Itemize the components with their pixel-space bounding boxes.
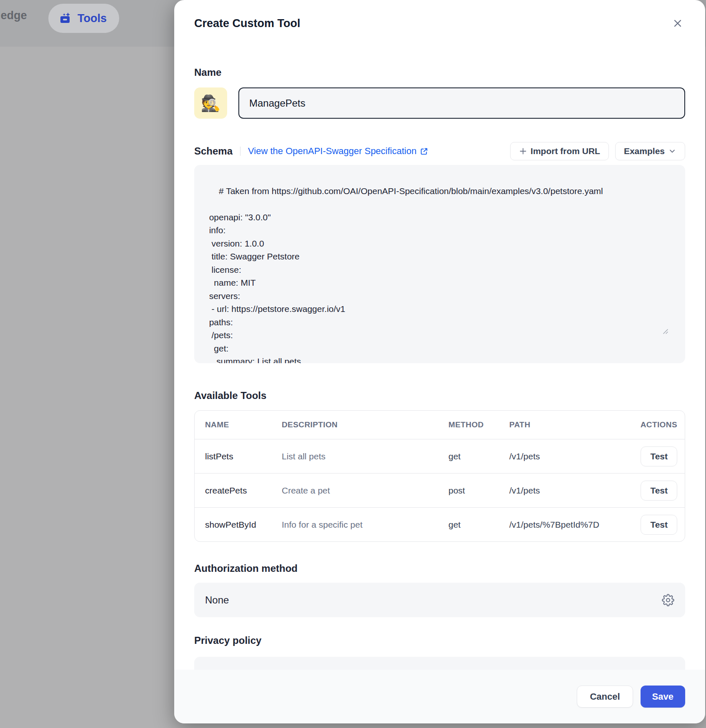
table-row: createPets Create a pet post /v1/pets Te…: [195, 473, 685, 507]
modal-content: Create Custom Tool Name 🕵️ Schema View t…: [174, 0, 705, 723]
tab-tools[interactable]: Tools: [48, 4, 119, 33]
tools-box-icon: [58, 11, 73, 25]
tool-path: /v1/pets: [509, 486, 627, 496]
test-button[interactable]: Test: [641, 446, 677, 466]
openapi-spec-link-label: View the OpenAPI-Swagger Specification: [248, 146, 416, 157]
import-from-url-button[interactable]: Import from URL: [510, 142, 609, 160]
detective-emoji-icon: 🕵️: [201, 94, 220, 112]
resize-handle-icon[interactable]: [662, 302, 682, 361]
plus-icon: [519, 147, 527, 155]
tool-path: /v1/pets: [509, 451, 627, 461]
chevron-down-icon: [668, 147, 676, 155]
tool-name-input[interactable]: [238, 87, 685, 119]
cancel-button[interactable]: Cancel: [577, 686, 633, 708]
authorization-method-label: Authorization method: [194, 563, 685, 574]
tool-description: Info for a specific pet: [282, 520, 448, 530]
tool-path: /v1/pets/%7BpetId%7D: [509, 520, 627, 530]
authorization-method-value: None: [205, 594, 229, 606]
close-icon[interactable]: [670, 16, 685, 31]
modal-title: Create Custom Tool: [194, 17, 300, 30]
openapi-spec-link[interactable]: View the OpenAPI-Swagger Specification: [248, 146, 428, 157]
tool-name: createPets: [205, 486, 282, 496]
create-custom-tool-modal: Create Custom Tool Name 🕵️ Schema View t…: [174, 0, 705, 723]
col-name: NAME: [205, 420, 282, 429]
tool-description: List all pets: [282, 451, 448, 461]
import-from-url-label: Import from URL: [531, 146, 600, 156]
schema-textarea[interactable]: # Taken from https://github.com/OAI/Open…: [194, 165, 685, 363]
tool-name: showPetById: [205, 520, 282, 530]
tool-method: get: [448, 451, 509, 461]
name-label: Name: [194, 67, 685, 78]
tool-name: listPets: [205, 451, 282, 461]
col-actions: ACTIONS: [641, 420, 677, 429]
external-link-icon: [420, 147, 428, 156]
examples-label: Examples: [624, 146, 665, 156]
test-button[interactable]: Test: [641, 515, 677, 535]
available-tools-label: Available Tools: [194, 390, 685, 401]
knowledge-tab-partial-label[interactable]: ledge: [0, 9, 27, 22]
col-path: PATH: [509, 420, 627, 429]
test-button[interactable]: Test: [641, 481, 677, 501]
modal-footer: Cancel Save: [174, 670, 705, 723]
schema-text: # Taken from https://github.com/OAI/Open…: [204, 186, 603, 364]
gear-icon[interactable]: [662, 594, 674, 606]
table-header-row: NAME DESCRIPTION METHOD PATH ACTIONS: [195, 411, 685, 439]
tool-method: post: [448, 486, 509, 496]
table-row: showPetById Info for a specific pet get …: [195, 507, 685, 541]
col-description: DESCRIPTION: [282, 420, 448, 429]
tool-method: get: [448, 520, 509, 530]
save-button[interactable]: Save: [641, 686, 685, 708]
tool-icon-picker[interactable]: 🕵️: [194, 87, 227, 119]
tools-tab-label: Tools: [78, 12, 107, 25]
table-row: listPets List all pets get /v1/pets Test: [195, 439, 685, 473]
examples-button[interactable]: Examples: [615, 142, 685, 160]
divider: [240, 147, 240, 156]
tool-description: Create a pet: [282, 486, 448, 496]
authorization-method-field[interactable]: None: [194, 583, 685, 617]
schema-label: Schema: [194, 145, 233, 157]
privacy-policy-label: Privacy policy: [194, 635, 685, 646]
available-tools-table: NAME DESCRIPTION METHOD PATH ACTIONS lis…: [194, 410, 685, 542]
col-method: METHOD: [448, 420, 509, 429]
